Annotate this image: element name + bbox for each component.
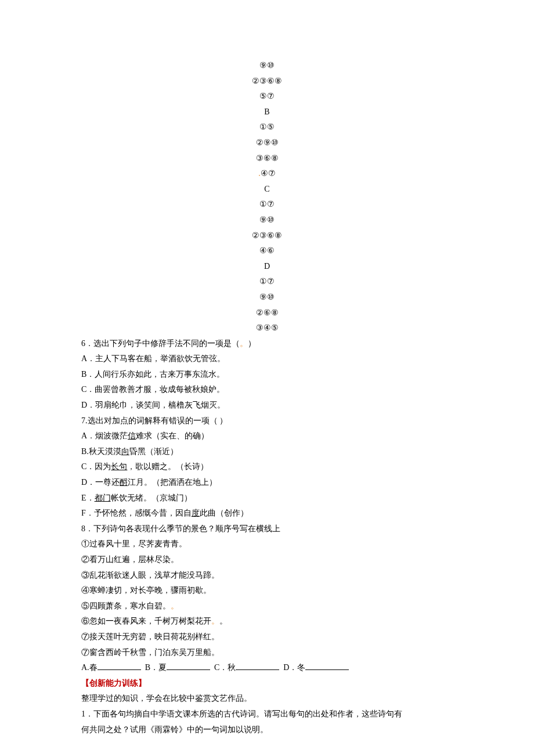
q6-stem-a: 6．选出下列句子中修辞手法不同的一项是（ xyxy=(81,339,240,348)
question-8-line-7: ⑦接天莲叶无穷碧，映日荷花别样红。 xyxy=(81,629,453,645)
underlined-word: 向 xyxy=(121,447,129,456)
center-line: ②⑨⑩ xyxy=(81,135,453,151)
center-line: ⑨⑩ xyxy=(81,290,453,305)
question-7-option-f: F．予怀怆然，感慨今昔，因自度此曲（创作） xyxy=(81,506,453,521)
question-7-option-e: E．都门帐饮无绪。（京城门） xyxy=(81,491,453,506)
question-8-line-1: ①过春风十里，尽荠麦青青。 xyxy=(81,537,453,552)
dot-icon: 。 xyxy=(211,617,219,625)
dot-icon: 。 xyxy=(171,602,179,610)
center-line: ①⑤ xyxy=(81,120,453,135)
section-intro: 整理学过的知识，学会在比较中鉴赏文艺作品。 xyxy=(81,691,453,707)
underlined-word: 酹 xyxy=(120,478,128,487)
underlined-word: 度 xyxy=(192,509,200,517)
center-line: ⑨⑩ xyxy=(81,58,453,74)
question-8-line-3: ③乱花渐欲迷人眼，浅草才能没马蹄。 xyxy=(81,568,453,584)
question-8-line-8: ⑦窗含西岭千秋雪，门泊东吴万里船。 xyxy=(81,645,453,661)
fill-label-c: C．秋 xyxy=(214,663,236,672)
underlined-word: 长句 xyxy=(111,462,127,471)
question-6-option-a: A．主人下马客在船，举酒欲饮无管弦。 xyxy=(81,351,453,367)
dot-icon: 。 xyxy=(240,339,248,348)
question-8-line-4: ④寒蝉凄切，对长亭晚，骤雨初歇。 xyxy=(81,583,453,599)
question-7-option-a: A．烟波微茫信难求（实在、的确） xyxy=(81,429,453,444)
underlined-word: 都门 xyxy=(95,494,111,502)
fill-blank-d[interactable] xyxy=(305,660,349,670)
question-6-stem: 6．选出下列句子中修辞手法不同的一项是（。） xyxy=(81,336,453,352)
center-line: ⑤⑦ xyxy=(81,89,453,105)
center-line: D xyxy=(81,259,453,275)
question-7-stem: 7.选出对加点的词解释有错误的一项（ ） xyxy=(81,413,453,429)
question-6-option-d: D．羽扇纶巾，谈笑间，樯橹灰飞烟灭。 xyxy=(81,398,453,413)
center-line: ②③⑥⑧ xyxy=(81,74,453,89)
center-line: ④⑥ xyxy=(81,243,453,259)
center-line: B xyxy=(81,105,453,120)
center-option-block: ⑨⑩ ②③⑥⑧ ⑤⑦ B ①⑤ ②⑨⑩ ③⑥⑧ .④⑦ C ①⑦ ⑨⑩ ②③⑥⑧… xyxy=(81,58,453,336)
center-line: C xyxy=(81,182,453,197)
question-6-option-b: B．人间行乐亦如此，古来万事东流水。 xyxy=(81,367,453,383)
question-8-fill-row: A.春 B．夏 C．秋 D．冬 xyxy=(81,660,453,676)
underlined-word: 信 xyxy=(128,431,136,440)
center-line: ①⑦ xyxy=(81,274,453,290)
question-7-option-d: D．一尊还酹江月。（把酒洒在地上） xyxy=(81,475,453,491)
center-line: ⑨⑩ xyxy=(81,213,453,228)
center-line: .④⑦ xyxy=(81,166,453,182)
center-line: ③⑥⑧ xyxy=(81,151,453,167)
fill-blank-b[interactable] xyxy=(167,660,210,670)
question-7-option-b: B.秋天漠漠向昏黑（渐近） xyxy=(81,444,453,460)
section-heading: 【创新能力训练】 xyxy=(81,676,453,692)
fill-blank-c[interactable] xyxy=(236,660,279,670)
question-8-stem: 8．下列诗句各表现什么季节的景色？顺序号写在横线上 xyxy=(81,521,453,537)
section-q1-line2: 何共同之处？试用《雨霖铃》中的一句词加以说明。 xyxy=(81,722,453,738)
fill-blank-a[interactable] xyxy=(98,660,141,670)
question-8-line-5: ⑤四顾萧条，寒水自碧。。 xyxy=(81,599,453,614)
fill-label-a: A.春 xyxy=(81,663,98,672)
center-line: ①⑦ xyxy=(81,197,453,213)
question-6-option-c: C．曲罢曾教善才服，妆成每被秋娘妒。 xyxy=(81,382,453,398)
question-8-line-6: ⑥忽如一夜春风来，千树万树梨花开。。 xyxy=(81,614,453,629)
center-line: ③④⑤ xyxy=(81,321,453,336)
center-line: ②⑥⑧ xyxy=(81,305,453,321)
center-line: ②③⑥⑧ xyxy=(81,228,453,244)
question-8-line-2: ②看万山红遍，层林尽染。 xyxy=(81,552,453,568)
fill-label-b: B．夏 xyxy=(145,663,167,672)
q6-stem-b: ） xyxy=(248,339,256,348)
section-q1-line1: 1．下面各句均摘自中学语文课本所选的古代诗词。请写出每句的出处和作者，这些诗句有 xyxy=(81,707,453,722)
question-7-option-c: C．因为长句，歌以赠之。（长诗） xyxy=(81,459,453,475)
fill-label-d: D．冬 xyxy=(283,663,305,672)
center-line-text: ④⑦ xyxy=(261,169,276,178)
